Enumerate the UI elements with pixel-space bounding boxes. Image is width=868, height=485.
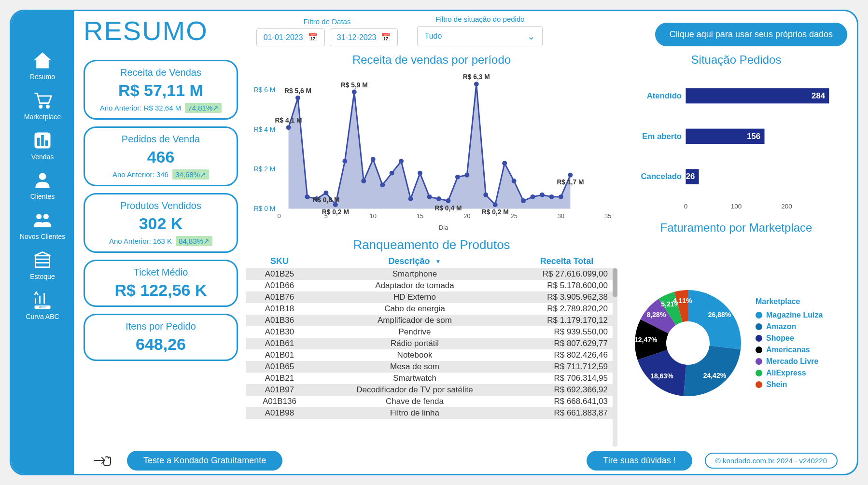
svg-point-52 [521, 198, 526, 203]
scrollbar[interactable] [613, 268, 617, 447]
pie-legend: Marketplace Magazine LuizaAmazonShopeeAm… [756, 297, 823, 389]
svg-text:26,88%: 26,88% [708, 311, 731, 319]
line-chart-title: Receita de vendas por período [246, 53, 617, 67]
date-filter-label: Filtro de Datas [256, 17, 398, 26]
mid-column: Receita de vendas por período R$ 0 MR$ 2… [246, 50, 617, 447]
line-chart: R$ 0 MR$ 2 MR$ 4 MR$ 6 M05101520253035Di… [246, 69, 617, 234]
svg-text:Dia: Dia [439, 224, 448, 231]
sidebar-item-vendas[interactable]: Vendas [31, 130, 54, 161]
ranking-section: Ranqueamento de Produtos SKU Descrição ▼… [246, 234, 617, 447]
sidebar-item-clientes[interactable]: Clientes [30, 169, 55, 201]
col-desc[interactable]: Descrição ▼ [313, 256, 516, 266]
faq-button[interactable]: Tire suas dúvidas ! [587, 451, 692, 471]
col-sku[interactable]: SKU [246, 256, 313, 266]
sidebar-item-resumo[interactable]: Resumo [30, 50, 55, 81]
svg-point-39 [399, 159, 404, 164]
legend-item[interactable]: Mercado Livre [756, 357, 823, 366]
svg-text:Atendido: Atendido [647, 91, 682, 100]
kpi-card: Pedidos de Venda 466Ano Anterior: 346 34… [84, 126, 238, 186]
legend-dot-icon [756, 323, 762, 330]
table-row[interactable]: A01B18Cabo de energiaR$ 2.789.820,20 [246, 303, 617, 315]
date-to-input[interactable]: 31-12-2023 📅 [330, 28, 398, 46]
kpi-value: R$ 57,11 M [93, 81, 229, 100]
table-row[interactable]: A01B76HD ExternoR$ 3.905.962,38 [246, 291, 617, 303]
table-row[interactable]: A01B25SmartphoneR$ 27.616.099,00 [246, 268, 617, 280]
sidebar-item-estoque[interactable]: Estoque [30, 249, 55, 281]
svg-point-47 [474, 82, 479, 86]
svg-text:284: 284 [812, 91, 826, 100]
kpi-column: Receita de Vendas R$ 57,11 MAno Anterior… [84, 50, 238, 447]
svg-point-6 [39, 173, 46, 180]
col-total[interactable]: Receita Total [516, 256, 617, 266]
kpi-prev: Ano Anterior: R$ 32,64 M 74,81%↗ [93, 104, 229, 112]
use-own-data-button[interactable]: Clique aqui para usar seus próprios dado… [655, 23, 847, 46]
svg-point-38 [390, 171, 394, 176]
sidebar-item-curva-abc[interactable]: ABCCurva ABC [26, 290, 59, 321]
table-row[interactable]: A01B136Chave de fendaR$ 668.641,03 [246, 396, 617, 407]
legend-item[interactable]: AliExpress [756, 369, 823, 377]
calendar-icon: 📅 [381, 33, 391, 42]
legend-item[interactable]: Shopee [756, 334, 823, 343]
svg-point-28 [295, 96, 300, 100]
legend-dot-icon [756, 381, 762, 388]
svg-text:15: 15 [417, 212, 423, 220]
kpi-value: 302 K [93, 214, 229, 233]
svg-point-7 [36, 214, 42, 219]
pie-chart-area: 26,88%24,42%18,63%12,47%8,28%5,21%4,11% … [625, 239, 847, 447]
svg-point-53 [531, 194, 535, 199]
kpi-title: Pedidos de Venda [93, 134, 229, 145]
pie-chart: 26,88%24,42%18,63%12,47%8,28%5,21%4,11% [625, 280, 751, 406]
status-filter-group: Filtro de situação do pedido Tudo ⌄ [417, 15, 543, 46]
status-select[interactable]: Tudo ⌄ [417, 26, 543, 46]
svg-text:R$ 1,7 M: R$ 1,7 M [557, 178, 584, 186]
svg-text:200: 200 [781, 203, 792, 210]
svg-text:Em aberto: Em aberto [642, 132, 682, 141]
legend-dot-icon [756, 358, 762, 365]
right-column: Situação Pedidos Atendido284Em aberto156… [625, 50, 847, 447]
table-row[interactable]: A01B36Amplificador de somR$ 1.179.170,12 [246, 315, 617, 326]
table-row[interactable]: A01B97Decodificador de TV por satéliteR$… [246, 384, 617, 396]
table-row[interactable]: A01B98Filtro de linhaR$ 661.883,87 [246, 407, 617, 419]
table-row[interactable]: A01B66Adaptador de tomadaR$ 5.178.600,00 [246, 280, 617, 291]
legend-item[interactable]: Magazine Luiza [756, 311, 823, 319]
svg-point-33 [342, 159, 347, 164]
table-row[interactable]: A01B30PendriveR$ 939.550,00 [246, 326, 617, 338]
svg-point-57 [568, 173, 573, 178]
ranking-header: SKU Descrição ▼ Receita Total [246, 254, 617, 268]
legend-item[interactable]: Amazon [756, 322, 823, 331]
table-row[interactable]: A01B21SmartwatchR$ 706.314,95 [246, 373, 617, 384]
cart-icon [32, 90, 53, 111]
svg-text:R$ 0,4 M: R$ 0,4 M [434, 204, 462, 212]
svg-point-46 [464, 173, 469, 178]
svg-text:ABC: ABC [39, 305, 46, 309]
svg-text:R$ 6,3 M: R$ 6,3 M [463, 73, 490, 81]
svg-text:0: 0 [684, 203, 688, 210]
table-row[interactable]: A01B61Rádio portátilR$ 807.629,77 [246, 338, 617, 349]
person-icon [32, 169, 53, 191]
svg-point-54 [540, 193, 545, 197]
ranking-body: A01B25SmartphoneR$ 27.616.099,00A01B66Ad… [246, 268, 617, 447]
legend-item[interactable]: Americanas [756, 346, 823, 354]
svg-rect-3 [37, 138, 40, 146]
sidebar-item-marketplace[interactable]: Marketplace [24, 90, 61, 121]
legend-dot-icon [756, 312, 762, 319]
status-bar-chart: Atendido284Em aberto156Cancelado26010020… [625, 71, 847, 216]
kpi-card: Itens por Pedido 648,26 [84, 314, 238, 361]
svg-text:R$ 0,2 M: R$ 0,2 M [322, 208, 349, 216]
abc-icon: ABC [32, 290, 53, 311]
svg-text:R$ 0 M: R$ 0 M [254, 205, 276, 212]
date-from-input[interactable]: 01-01-2023 📅 [256, 28, 325, 46]
svg-point-29 [305, 194, 310, 199]
svg-point-56 [559, 194, 563, 199]
scrollbar-thumb[interactable] [613, 268, 617, 297]
main-area: RESUMO Filtro de Datas 01-01-2023 📅 31-1… [74, 11, 857, 474]
svg-text:25: 25 [511, 212, 518, 220]
test-free-button[interactable]: Teste a Kondado Gratuitamente [127, 451, 282, 471]
status-chart-title: Situação Pedidos [625, 53, 847, 67]
sidebar: ResumoMarketplaceVendasClientesNovos Cli… [11, 11, 74, 474]
legend-item[interactable]: Shein [756, 380, 823, 389]
sidebar-item-novos-clientes[interactable]: Novos Clientes [20, 209, 65, 241]
table-row[interactable]: A01B01NotebookR$ 802.426,46 [246, 349, 617, 361]
top-row: RESUMO Filtro de Datas 01-01-2023 📅 31-1… [84, 15, 847, 50]
table-row[interactable]: A01B65Mesa de somR$ 711.712,59 [246, 361, 617, 373]
